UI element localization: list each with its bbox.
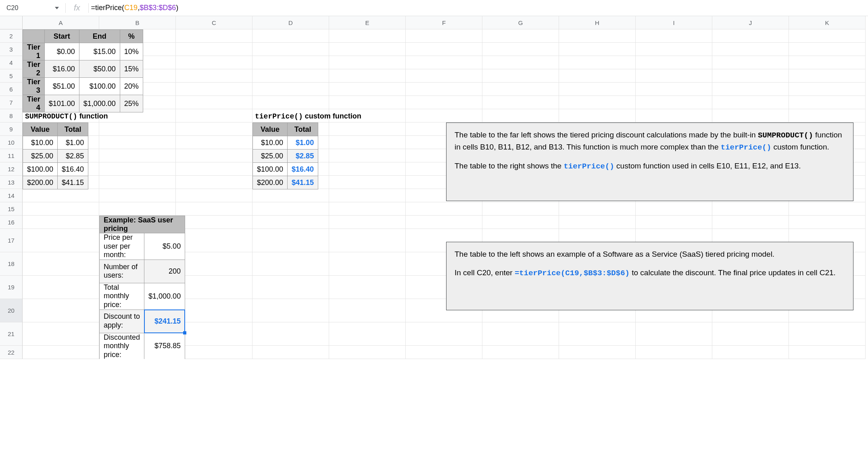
tp-total[interactable]: $41.15 (288, 176, 318, 189)
tier-start[interactable]: $0.00 (44, 43, 79, 60)
cell-H7[interactable] (559, 96, 636, 109)
cell-C2[interactable] (176, 29, 252, 43)
tier-pct[interactable]: 25% (120, 95, 143, 112)
cell-J6[interactable] (712, 83, 789, 96)
cell-E11[interactable] (329, 149, 406, 162)
cell-I7[interactable] (636, 96, 712, 109)
row-header-8[interactable]: 8 (0, 109, 23, 123)
cell-C7[interactable] (176, 96, 252, 109)
tier-end[interactable]: $15.00 (79, 43, 120, 60)
cell-K22[interactable] (789, 346, 866, 359)
sp-value[interactable]: $200.00 (23, 176, 58, 189)
cell-I8[interactable] (636, 109, 712, 123)
row-header-13[interactable]: 13 (0, 176, 23, 189)
selection-handle-icon[interactable] (183, 331, 186, 334)
cell-B15[interactable] (99, 202, 176, 216)
tier-pct[interactable]: 10% (120, 43, 143, 60)
cell-J4[interactable] (712, 56, 789, 69)
column-header-D[interactable]: D (252, 16, 329, 29)
cell-J7[interactable] (712, 96, 789, 109)
select-all-corner[interactable] (0, 16, 23, 29)
cell-E4[interactable] (329, 56, 406, 69)
cell-H5[interactable] (559, 69, 636, 83)
tp-total[interactable]: $1.00 (288, 136, 318, 150)
cell-G7[interactable] (482, 96, 559, 109)
cell-D20[interactable] (252, 299, 329, 322)
cell-H2[interactable] (559, 29, 636, 43)
cell-A14[interactable] (23, 189, 99, 202)
row-header-4[interactable]: 4 (0, 56, 23, 69)
row-header-18[interactable]: 18 (0, 252, 23, 276)
cell-C3[interactable] (176, 43, 252, 56)
cell-E7[interactable] (329, 96, 406, 109)
cell-B12[interactable] (99, 162, 176, 176)
row-header-21[interactable]: 21 (0, 322, 23, 346)
saas-row-value[interactable]: $1,000.00 (144, 283, 185, 309)
cell-C5[interactable] (176, 69, 252, 83)
tier-pct[interactable]: 20% (120, 78, 143, 95)
chevron-down-icon[interactable] (55, 7, 59, 9)
cell-E9[interactable] (329, 123, 406, 136)
cell-D17[interactable] (252, 229, 329, 252)
tp-total[interactable]: $16.40 (288, 163, 318, 176)
row-header-7[interactable]: 7 (0, 96, 23, 109)
cell-H8[interactable] (559, 109, 636, 123)
cell-I15[interactable] (636, 202, 712, 216)
cell-C18[interactable] (176, 252, 252, 276)
cell-J21[interactable] (712, 322, 789, 346)
cell-D4[interactable] (252, 56, 329, 69)
cell-G2[interactable] (482, 29, 559, 43)
cell-I21[interactable] (636, 322, 712, 346)
sp-total[interactable]: $2.85 (58, 150, 88, 163)
row-header-9[interactable]: 9 (0, 123, 23, 136)
cell-E5[interactable] (329, 69, 406, 83)
tier-start[interactable]: $16.00 (44, 60, 79, 78)
cell-G8[interactable] (482, 109, 559, 123)
cell-C20[interactable]: $241.15 (144, 309, 185, 333)
cell-E15[interactable] (329, 202, 406, 216)
cell-K2[interactable] (789, 29, 866, 43)
row-header-22[interactable]: 22 (0, 346, 23, 359)
column-header-I[interactable]: I (636, 16, 712, 29)
cell-G6[interactable] (482, 83, 559, 96)
cell-B10[interactable] (99, 136, 176, 149)
row-header-16[interactable]: 16 (0, 216, 23, 229)
cell-J22[interactable] (712, 346, 789, 359)
cell-E2[interactable] (329, 29, 406, 43)
cell-D6[interactable] (252, 83, 329, 96)
fx-icon[interactable]: fx (68, 3, 86, 12)
cell-J5[interactable] (712, 69, 789, 83)
tier-end[interactable]: $1,000.00 (79, 95, 120, 112)
cell-D7[interactable] (252, 96, 329, 109)
cell-J3[interactable] (712, 43, 789, 56)
cell-J8[interactable] (712, 109, 789, 123)
cell-K21[interactable] (789, 322, 866, 346)
cell-A16[interactable] (23, 216, 99, 229)
cell-C16[interactable] (176, 216, 252, 229)
row-header-14[interactable]: 14 (0, 189, 23, 202)
cell-I3[interactable] (636, 43, 712, 56)
saas-row-value[interactable]: 200 (144, 260, 185, 283)
name-box[interactable]: C20 (2, 2, 63, 14)
cell-E18[interactable] (329, 252, 406, 276)
cell-D2[interactable] (252, 29, 329, 43)
column-header-C[interactable]: C (176, 16, 252, 29)
cell-I22[interactable] (636, 346, 712, 359)
column-header-A[interactable]: A (23, 16, 99, 29)
cell-E8[interactable] (329, 109, 406, 123)
tier-start[interactable]: $101.00 (44, 95, 79, 112)
cell-K3[interactable] (789, 43, 866, 56)
tp-value[interactable]: $200.00 (253, 176, 288, 189)
sp-value[interactable]: $100.00 (23, 163, 58, 176)
cell-A22[interactable] (23, 346, 99, 359)
cell-E6[interactable] (329, 83, 406, 96)
cell-A20[interactable] (23, 299, 99, 322)
cell-K4[interactable] (789, 56, 866, 69)
cell-E19[interactable] (329, 276, 406, 299)
cell-E14[interactable] (329, 189, 406, 202)
tp-total[interactable]: $2.85 (288, 150, 318, 163)
cell-C12[interactable] (176, 162, 252, 176)
cell-E3[interactable] (329, 43, 406, 56)
column-header-B[interactable]: B (99, 16, 176, 29)
sp-value[interactable]: $10.00 (23, 136, 58, 150)
